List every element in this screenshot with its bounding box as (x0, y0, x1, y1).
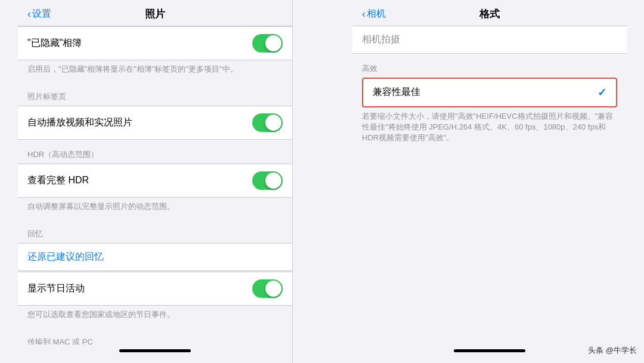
photos-tab-section-label: 照片标签页 (18, 82, 292, 106)
hdr-group: 查看完整 HDR (18, 164, 292, 198)
hdr-desc: 自动调整屏幕以完整显示照片的动态范围。 (18, 198, 292, 219)
chevron-left-icon-right: ‹ (362, 8, 366, 20)
hidden-album-toggle[interactable] (252, 34, 283, 53)
hdr-toggle[interactable] (252, 171, 283, 190)
hidden-album-desc: 启用后，"已隐藏"相簿将显示在"相簿"标签页的"更多项目"中。 (18, 60, 292, 82)
festival-group: 显示节日活动 (18, 272, 292, 306)
right-panel: ‹ 相机 格式 相机拍摄 高效 兼容性最佳 ✓ 若 (352, 0, 627, 363)
left-home-indicator (119, 349, 191, 352)
right-bottom-bar-area (352, 344, 627, 363)
hidden-album-group: "已隐藏"相簿 (18, 26, 292, 60)
autoplay-toggle[interactable] (252, 113, 283, 132)
autoplay-label: 自动播放视频和实况照片 (27, 116, 132, 129)
watermark: 头条 @牛学长 (588, 345, 637, 356)
hdr-section-label: HDR（高动态范围） (18, 140, 292, 164)
chevron-left-icon: ‹ (27, 8, 31, 20)
festival-desc: 您可以选取查看您国家或地区的节日事件。 (18, 306, 292, 327)
autoplay-group: 自动播放视频和实况照片 (18, 106, 292, 140)
hdr-row[interactable]: 查看完整 HDR (18, 164, 292, 198)
festival-toggle[interactable] (252, 279, 283, 298)
right-nav-title: 格式 (479, 7, 500, 21)
memories-section-label: 回忆 (18, 219, 292, 243)
efficiency-section-label: 高效 (352, 54, 627, 78)
hdr-label: 查看完整 HDR (27, 174, 89, 187)
right-content: 相机拍摄 高效 兼容性最佳 ✓ 若要缩小文件大小，请使用"高效"HEIF/HEV… (352, 26, 627, 345)
left-bottom-bar-area (18, 344, 292, 363)
camera-capture-label: 相机拍摄 (362, 34, 400, 44)
left-nav-title: 照片 (145, 7, 165, 21)
center-divider (292, 0, 293, 363)
right-nav-bar: ‹ 相机 格式 (352, 0, 627, 26)
best-compat-container: 兼容性最佳 ✓ (352, 78, 627, 107)
transfer-section-label: 传输到 MAC 或 PC (18, 327, 292, 344)
festival-row[interactable]: 显示节日活动 (18, 272, 292, 306)
hidden-album-label: "已隐藏"相簿 (27, 37, 82, 50)
left-content: "已隐藏"相簿 启用后，"已隐藏"相簿将显示在"相簿"标签页的"更多项目"中。 … (18, 26, 292, 345)
right-back-button[interactable]: ‹ 相机 (362, 8, 386, 20)
left-back-label: 设置 (32, 8, 51, 20)
left-panel: ‹ 设置 照片 "已隐藏"相簿 启用后，"已隐藏"相簿将显示在"相簿"标签页的"… (18, 0, 292, 363)
best-compat-desc: 若要缩小文件大小，请使用"高效"HEIF/HEVC格式拍摄照片和视频。"兼容性最… (352, 107, 627, 151)
watermark-text: 头条 @牛学长 (588, 346, 637, 355)
best-compat-label: 兼容性最佳 (373, 86, 420, 99)
festival-label: 显示节日活动 (27, 282, 85, 295)
best-compat-row[interactable]: 兼容性最佳 ✓ (362, 78, 617, 107)
left-nav-bar: ‹ 设置 照片 (18, 0, 292, 26)
autoplay-row[interactable]: 自动播放视频和实况照片 (18, 106, 292, 140)
best-compat-checkmark: ✓ (597, 86, 606, 99)
hidden-album-row[interactable]: "已隐藏"相簿 (18, 26, 292, 60)
right-home-indicator (454, 349, 525, 352)
restore-memories-row[interactable]: 还原已建议的回忆 (18, 243, 292, 271)
right-back-label: 相机 (367, 8, 386, 20)
camera-capture-row[interactable]: 相机拍摄 (352, 26, 627, 54)
left-back-button[interactable]: ‹ 设置 (27, 8, 51, 20)
camera-capture-group: 相机拍摄 (352, 26, 627, 54)
restore-memories-link[interactable]: 还原已建议的回忆 (27, 251, 104, 262)
